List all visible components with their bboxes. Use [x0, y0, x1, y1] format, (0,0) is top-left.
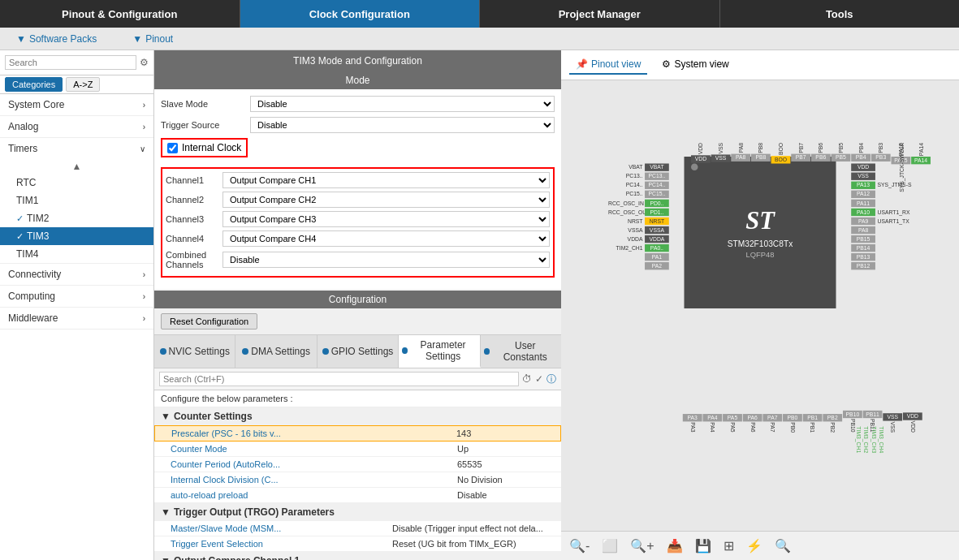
- sidebar-section-timers: Timers ∨ ▲ RTC TIM1 ✓ TIM2 ✓ TIM3 TIM4: [0, 138, 153, 264]
- slave-mode-select[interactable]: Disable: [250, 96, 555, 112]
- internal-clock-checkbox[interactable]: [167, 143, 178, 153]
- sidebar-item-rtc[interactable]: RTC: [0, 174, 153, 192]
- counter-settings-group: ▼ Counter Settings Prescaler (PSC - 16 b…: [154, 407, 561, 503]
- lightning-icon[interactable]: ⚡: [746, 538, 762, 554]
- sidebar-item-computing[interactable]: Computing ›: [0, 286, 153, 307]
- trigger-source-select[interactable]: Disable: [250, 117, 555, 133]
- mode-section: Mode: [154, 71, 561, 89]
- master-slave-name: Master/Slave Mode (MSM...: [171, 523, 392, 533]
- config-section: Configuration Reset Configuration NVIC S…: [154, 291, 561, 560]
- tab-az[interactable]: A->Z: [66, 77, 100, 92]
- tim3-labels: TIM3_CH1 TIM3_CH2 TIM3_CH3 TIM3_CH4: [855, 426, 884, 453]
- sidebar-item-tim1[interactable]: TIM1: [0, 192, 153, 209]
- trigger-event-value: Reset (UG bit from TIMx_EGR): [392, 539, 555, 549]
- chevron-icon: ›: [143, 270, 145, 279]
- tab-gpio[interactable]: GPIO Settings: [318, 335, 399, 368]
- zoom-out-icon[interactable]: 🔍-: [569, 538, 590, 554]
- master-slave-row: Master/Slave Mode (MSM... Disable (Trigg…: [154, 521, 561, 536]
- chip-view: ST STM32F103C8Tx LQFP48 VDD VDD VSS VSS: [561, 80, 959, 560]
- chip-logo: ST: [745, 206, 775, 235]
- fit-icon[interactable]: ⬜: [602, 538, 618, 554]
- channels-container: Channel1 Output Compare CH1 Channel2 Out…: [161, 167, 555, 278]
- chevron-icon: ›: [143, 314, 145, 323]
- tab-pinout-view[interactable]: 📌 Pinout view: [569, 55, 647, 75]
- sidebar-item-tim4[interactable]: TIM4: [0, 245, 153, 263]
- sidebar-item-analog[interactable]: Analog ›: [0, 116, 153, 137]
- counter-mode-row: Counter Mode Up: [154, 442, 561, 457]
- counter-mode-name: Counter Mode: [171, 444, 457, 454]
- tab-parameter-settings[interactable]: Parameter Settings: [399, 335, 480, 368]
- sidebar-item-connectivity[interactable]: Connectivity ›: [0, 264, 153, 285]
- tab-nvic[interactable]: NVIC Settings: [154, 335, 235, 368]
- output-compare-header[interactable]: ▼ Output Compare Channel 1: [154, 552, 561, 560]
- reset-config-button[interactable]: Reset Configuration: [161, 313, 257, 330]
- nav-pinout[interactable]: Pinout & Configuration: [0, 0, 240, 28]
- nav-tools[interactable]: Tools: [720, 0, 960, 28]
- chip-body: ST STM32F103C8Tx LQFP48: [685, 157, 836, 308]
- bottom-toolbar: 🔍- ⬜ 🔍+ 📥 💾 ⊞ ⚡ 🔍: [561, 531, 959, 560]
- tab-categories[interactable]: Categories: [5, 77, 63, 92]
- tab-user-constants[interactable]: User Constants: [481, 335, 561, 368]
- subnav-software-packs[interactable]: ▼ Software Packs: [0, 33, 116, 45]
- info-icon[interactable]: ⓘ: [546, 373, 556, 386]
- combined-channels-label: Combined Channels: [166, 250, 222, 269]
- counter-period-name: Counter Period (AutoRelo...: [171, 459, 457, 469]
- param-search-bar: ⏱ ✓ ⓘ: [154, 368, 561, 390]
- prescaler-row: Prescaler (PSC - 16 bits v... 143: [154, 425, 561, 442]
- internal-clock-row: Internal Clock: [161, 138, 248, 157]
- gear-icon[interactable]: ⚙: [140, 57, 149, 68]
- channel3-label: Channel3: [166, 214, 222, 224]
- sidebar-item-timers[interactable]: Timers ∨: [0, 138, 153, 159]
- trigger-source-row: Trigger Source Disable: [161, 117, 555, 133]
- sidebar-item-system-core[interactable]: System Core ›: [0, 94, 153, 115]
- sidebar-item-tim3[interactable]: ✓ TIM3: [0, 227, 153, 245]
- dot-icon: [242, 348, 248, 355]
- autoreload-name: auto-reload preload: [171, 490, 457, 500]
- dot-icon: [322, 348, 329, 355]
- slave-mode-row: Slave Mode Disable: [161, 96, 555, 112]
- trigger-output-header[interactable]: ▼ Trigger Output (TRGO) Parameters: [154, 503, 561, 521]
- subnav-pinout[interactable]: ▼ Pinout: [116, 33, 192, 45]
- tab-dma[interactable]: DMA Settings: [235, 335, 317, 368]
- download-icon[interactable]: 📥: [667, 538, 683, 554]
- sidebar-section-connectivity: Connectivity ›: [0, 264, 153, 286]
- tab-system-view[interactable]: ⚙ System view: [655, 55, 735, 75]
- expand-icon: ▼: [161, 555, 171, 560]
- clock-division-name: Internal Clock Division (C...: [171, 475, 457, 485]
- save-icon[interactable]: 💾: [695, 538, 711, 554]
- master-slave-value: Disable (Trigger input effect not dela..…: [392, 523, 555, 533]
- channel4-label: Channel4: [166, 234, 222, 243]
- chip-name: STM32F103C8Tx: [728, 239, 793, 249]
- search-icon[interactable]: 🔍: [775, 538, 791, 554]
- channel3-select[interactable]: Output Compare CH3: [222, 211, 550, 227]
- slave-mode-label: Slave Mode: [161, 99, 250, 109]
- sidebar-item-tim2[interactable]: ✓ TIM2: [0, 209, 153, 227]
- mode-body: Slave Mode Disable Trigger Source Disabl…: [154, 89, 561, 289]
- dot-icon: [484, 348, 490, 355]
- counter-mode-value: Up: [457, 444, 555, 454]
- sidebar-section-middleware: Middleware ›: [0, 308, 153, 330]
- nav-clock[interactable]: Clock Configuration: [240, 0, 481, 28]
- trigger-event-name: Trigger Event Selection: [171, 539, 392, 549]
- prescaler-name: Prescaler (PSC - 16 bits v...: [171, 429, 456, 438]
- config-title: Configuration: [154, 291, 561, 308]
- channel1-select[interactable]: Output Compare CH1: [222, 172, 550, 188]
- clock-division-value: No Division: [457, 475, 555, 485]
- counter-settings-header[interactable]: ▼ Counter Settings: [154, 407, 561, 425]
- channel2-row: Channel2 Output Compare CH2: [166, 192, 550, 208]
- channel4-select[interactable]: Output Compare CH4: [222, 230, 550, 247]
- main-layout: ⚙ Categories A->Z System Core › Analog ›…: [0, 50, 959, 560]
- param-search-input[interactable]: [159, 372, 519, 386]
- search-input[interactable]: [5, 55, 136, 70]
- zoom-in-icon[interactable]: 🔍+: [630, 538, 654, 554]
- nav-project[interactable]: Project Manager: [480, 0, 720, 28]
- channel2-select[interactable]: Output Compare CH2: [222, 192, 550, 208]
- pinout-icon: 📌: [576, 58, 588, 70]
- trigger-output-group: ▼ Trigger Output (TRGO) Parameters Maste…: [154, 503, 561, 552]
- grid-icon[interactable]: ⊞: [724, 538, 734, 554]
- up-arrow[interactable]: ▲: [0, 159, 153, 174]
- combined-channels-select[interactable]: Disable: [222, 252, 550, 268]
- sidebar: ⚙ Categories A->Z System Core › Analog ›…: [0, 50, 154, 560]
- chip-package: LQFP48: [746, 250, 775, 258]
- sidebar-item-middleware[interactable]: Middleware ›: [0, 308, 153, 329]
